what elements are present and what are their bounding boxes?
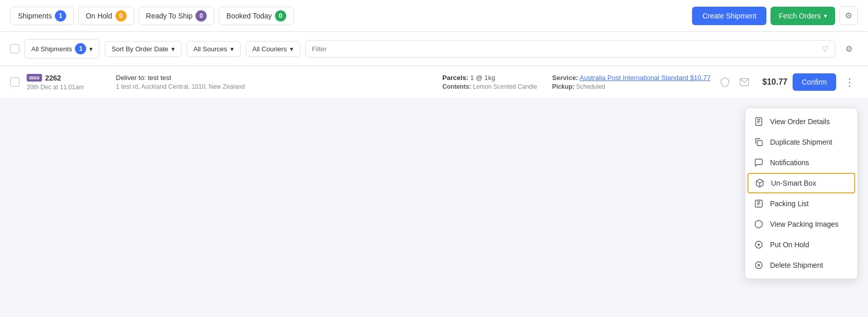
service-col: Service: Australia Post International St… <box>552 74 711 90</box>
tab-ready-to-ship-label: Ready To Ship <box>146 12 193 20</box>
tab-on-hold-label: On Hold <box>86 12 112 20</box>
order-id-wrap: woo 2262 <box>27 74 109 82</box>
shield-icon[interactable] <box>718 75 732 89</box>
column-settings-button[interactable]: ⚙ <box>840 41 858 57</box>
couriers-dropdown[interactable]: All Couriers ▾ <box>246 41 300 57</box>
tab-ready-to-ship[interactable]: Ready To Ship 0 <box>139 7 215 25</box>
row-checkbox[interactable] <box>10 77 19 87</box>
tab-booked-today-badge: 0 <box>275 10 286 22</box>
contents-value: Lemon Scented Candle <box>473 83 537 90</box>
all-shipments-chevron-icon: ▾ <box>89 45 93 53</box>
pickup-label: Pickup: Scheduled <box>552 83 711 90</box>
shipment-price: $10.77 <box>757 77 787 87</box>
more-options-button[interactable]: ⋮ <box>841 74 858 90</box>
couriers-chevron-icon: ▾ <box>290 45 293 53</box>
filter-bar: All Shipments 1 ▾ Sort By Order Date ▾ A… <box>0 32 868 66</box>
order-date: 20th Dec at 11:01am <box>27 84 109 91</box>
parcels-col: Parcels: 1 @ 1kg Contents: Lemon Scented… <box>442 74 545 90</box>
gear-icon: ⚙ <box>845 11 852 20</box>
sources-chevron-icon: ▾ <box>230 45 234 53</box>
tab-shipments-label: Shipments <box>18 12 52 20</box>
all-shipments-dropdown[interactable]: All Shipments 1 ▾ <box>25 39 100 58</box>
fetch-orders-chevron-icon: ▾ <box>824 12 827 19</box>
service-label: Service: Australia Post International St… <box>552 74 711 82</box>
deliver-to: Deliver to: test test <box>116 74 435 82</box>
order-number: 2262 <box>45 74 61 82</box>
sort-dropdown[interactable]: Sort By Order Date ▾ <box>105 41 182 57</box>
deliver-to-name: test test <box>148 74 171 82</box>
filter-input[interactable] <box>312 45 818 53</box>
address-line: 1 test rd, Auckland Central, 1010, New Z… <box>116 83 435 90</box>
email-icon[interactable] <box>737 75 752 89</box>
order-col: woo 2262 20th Dec at 11:01am <box>27 74 109 91</box>
sliders-icon: ⚙ <box>845 45 853 53</box>
address-col: Deliver to: test test 1 test rd, Aucklan… <box>116 74 435 90</box>
create-shipment-button[interactable]: Create Shipment <box>692 7 766 25</box>
tab-shipments-badge: 1 <box>55 10 66 22</box>
all-shipments-count: 1 <box>75 43 86 54</box>
filter-input-wrap: ▽ <box>305 40 835 57</box>
actions-col: $10.77 Confirm ⋮ <box>718 73 858 91</box>
all-shipments-label: All Shipments <box>31 45 72 53</box>
woo-badge: woo <box>27 74 42 82</box>
parcels-value: 1 @ 1kg <box>470 74 496 82</box>
tab-booked-today-label: Booked Today <box>226 12 271 20</box>
fetch-orders-button[interactable]: Fetch Orders ▾ <box>771 7 835 25</box>
parcels-label: Parcels: 1 @ 1kg <box>442 74 545 82</box>
shipments-table: woo 2262 20th Dec at 11:01am Deliver to:… <box>0 66 868 98</box>
sort-chevron-icon: ▾ <box>171 45 175 53</box>
tab-shipments[interactable]: Shipments 1 <box>10 7 74 25</box>
contents-label: Contents: Lemon Scented Candle <box>442 83 545 90</box>
confirm-button[interactable]: Confirm <box>793 73 836 91</box>
top-bar: Shipments 1 On Hold 0 Ready To Ship 0 Bo… <box>0 0 868 32</box>
tab-ready-to-ship-badge: 0 <box>195 10 207 22</box>
settings-gear-button[interactable]: ⚙ <box>839 6 858 25</box>
sort-label: Sort By Order Date <box>111 45 168 53</box>
tab-on-hold[interactable]: On Hold 0 <box>78 7 134 25</box>
service-link[interactable]: Australia Post International Standard $1… <box>580 74 711 82</box>
sources-dropdown[interactable]: All Sources ▾ <box>187 41 241 57</box>
couriers-label: All Couriers <box>252 45 287 53</box>
table-row: woo 2262 20th Dec at 11:01am Deliver to:… <box>0 66 868 98</box>
tab-booked-today[interactable]: Booked Today 0 <box>219 7 293 25</box>
select-all-checkbox[interactable] <box>10 44 19 53</box>
pickup-value: Scheduled <box>576 83 605 90</box>
tab-on-hold-badge: 0 <box>115 10 127 22</box>
sources-label: All Sources <box>193 45 227 53</box>
filter-funnel-icon: ▽ <box>822 44 828 53</box>
